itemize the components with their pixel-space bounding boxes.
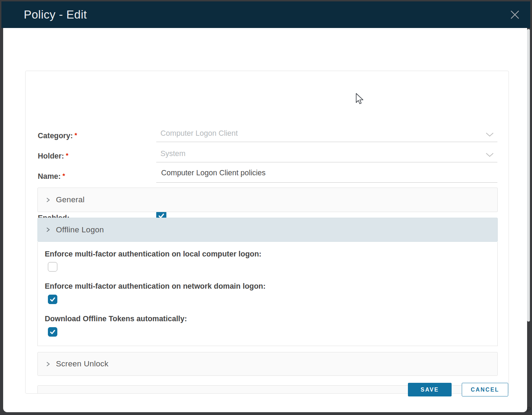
section-screen-unlock[interactable]: Screen Unlock xyxy=(37,352,498,376)
close-button[interactable] xyxy=(509,9,520,20)
holder-select[interactable]: System xyxy=(156,147,497,162)
download-offline-tokens-label: Download Offline Tokens automatically: xyxy=(45,315,187,323)
section-label: Offline Logon xyxy=(56,225,104,234)
holder-value: System xyxy=(160,149,186,158)
holder-label: Holder:* xyxy=(38,152,69,161)
mfa-local-logon-label: Enforce multi-factor authentication on l… xyxy=(45,250,261,259)
offline-logon-panel: Enforce multi-factor authentication on l… xyxy=(37,242,498,346)
download-offline-tokens-checkbox[interactable] xyxy=(48,327,57,337)
required-asterisk: * xyxy=(74,132,77,139)
category-select[interactable]: Computer Logon Client xyxy=(156,127,497,142)
name-input[interactable] xyxy=(160,168,494,178)
page-title: Policy - Edit xyxy=(24,8,87,21)
category-value: Computer Logon Client xyxy=(160,129,238,138)
chevron-right-icon xyxy=(45,197,51,203)
mfa-network-logon-label: Enforce multi-factor authentication on n… xyxy=(45,282,266,291)
vertical-scrollbar[interactable] xyxy=(527,29,530,322)
cancel-button[interactable]: CANCEL xyxy=(462,383,508,396)
chevron-down-icon xyxy=(486,132,494,138)
required-asterisk: * xyxy=(66,152,68,159)
checkmark-icon xyxy=(49,296,56,303)
section-offline-logon[interactable]: Offline Logon xyxy=(37,218,498,242)
section-label: Screen Unlock xyxy=(56,359,108,368)
mfa-local-logon-checkbox[interactable] xyxy=(48,262,57,272)
chevron-right-icon xyxy=(45,227,51,233)
mfa-network-logon-checkbox[interactable] xyxy=(48,295,57,304)
section-label: General xyxy=(56,195,85,204)
section-label: UAC (User Access Control) xyxy=(56,393,154,394)
chevron-right-icon xyxy=(45,361,51,367)
name-field-row xyxy=(156,168,497,183)
modal-header: Policy - Edit xyxy=(1,1,530,28)
section-general[interactable]: General xyxy=(37,188,498,212)
required-asterisk: * xyxy=(63,172,65,180)
name-label: Name:* xyxy=(38,172,65,181)
checkmark-icon xyxy=(49,329,56,335)
save-button[interactable]: SAVE xyxy=(408,383,452,396)
chevron-down-icon xyxy=(486,152,494,159)
modal-body: Category:* Computer Logon Client Holder:… xyxy=(3,28,527,412)
category-label: Category:* xyxy=(38,132,77,140)
close-icon xyxy=(510,9,520,20)
policy-form-card: Category:* Computer Logon Client Holder:… xyxy=(25,71,509,394)
